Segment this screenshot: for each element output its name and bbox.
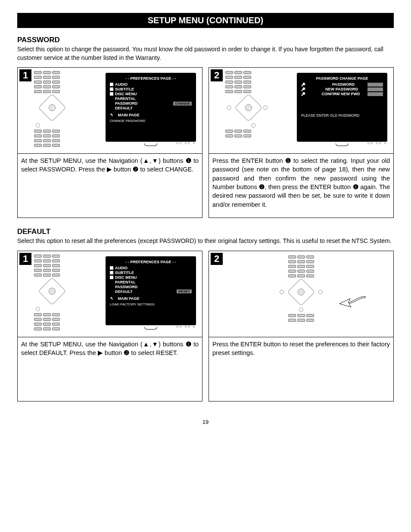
return-arrow-icon: ↰ (110, 296, 113, 301)
default-step1-caption: At the SETUP MENU, use the Navigation (▲… (18, 337, 202, 401)
menu-item: DEFAULT (115, 106, 133, 110)
password-field-icon (367, 83, 383, 87)
caption-text: Press the ENTER button (212, 157, 285, 164)
step-badge: 2 (211, 69, 223, 81)
default-desc: Select this option to reset all the pref… (17, 237, 394, 246)
caption-text: ) buttons (159, 341, 186, 348)
menu-item: DEFAULT (115, 289, 133, 294)
pwd-row: CONFIRM NEW PWD (321, 92, 360, 96)
remote-control-icon (34, 255, 90, 330)
highlight-label: RESET (177, 289, 192, 293)
menu-item: DISC MENU (115, 92, 137, 96)
menu-item: PASSWORD (115, 101, 137, 106)
key-icon (301, 92, 305, 96)
default-steps-row: 1 - - P (17, 251, 394, 401)
password-step2-panel: 2 PASS (209, 67, 394, 218)
key-icon (301, 82, 305, 87)
ref-two-icon: ❷ (124, 348, 129, 357)
up-arrow-icon: ▲ (143, 341, 150, 348)
page-title-bar: SETUP MENU (CONTINUED) (17, 13, 394, 28)
menu-item: PARENTAL (115, 280, 136, 284)
tv-screen: PASSWORD CHANGE PAGE PASSWORD NEW PASSWO… (297, 73, 387, 142)
step-badge: 2 (211, 253, 223, 265)
menu-item: DISC MENU (115, 275, 137, 280)
right-arrow-icon: ▶ (107, 166, 112, 173)
default-step2-panel: 2 Press the ENTER butto (209, 251, 394, 401)
default-step1-illustration: 1 - - P (18, 251, 202, 337)
remote-control-icon (275, 255, 327, 322)
caption-text: button (103, 349, 124, 356)
page-number: 19 (17, 419, 394, 425)
menu-item: PASSWORD (115, 285, 137, 289)
password-step1-panel: 1 (17, 67, 202, 218)
default-step2-caption: Press the ENTER button to reset the pref… (209, 337, 393, 401)
menu-item: PARENTAL (115, 96, 136, 101)
pwd-row: NEW PASSWORD (325, 87, 358, 91)
caption-text: button (112, 166, 133, 173)
ref-one-icon: ❶ (186, 340, 191, 348)
tv-footer: LOAD FACTORY SETTINGS (110, 302, 192, 306)
tv-footer: CHANGE PASSWORD (110, 119, 192, 123)
step-badge: 1 (19, 69, 31, 81)
step-badge: 1 (19, 253, 31, 265)
ref-one-icon: ❶ (353, 183, 358, 191)
default-step1-panel: 1 - - P (17, 251, 202, 401)
pwd-row: PASSWORD (332, 82, 355, 87)
right-arrow-icon: ▶ (98, 349, 103, 356)
password-step1-illustration: 1 (18, 68, 202, 154)
default-heading: DEFAULT (17, 227, 394, 236)
up-arrow-icon: ▲ (143, 157, 150, 164)
password-step2-illustration: 2 PASS (209, 68, 393, 154)
menu-item: AUDIO (115, 266, 128, 270)
caption-text: to select RESET. (129, 349, 178, 356)
pointer-arrow-icon (337, 294, 367, 311)
dpad-icon (288, 279, 314, 305)
dpad-icon (39, 278, 65, 304)
default-step2-illustration: 2 (209, 251, 393, 337)
menu-item: AUDIO (115, 82, 128, 87)
ref-one-icon: ❶ (285, 156, 291, 165)
tv-title: - - PREFERENCES PAGE - - (110, 260, 192, 264)
password-desc: Select this option to change the passwor… (17, 45, 394, 62)
caption-text: ) buttons (159, 157, 186, 164)
key-icon (301, 87, 305, 91)
menu-return: MAIN PAGE (118, 296, 140, 301)
tv-title: PASSWORD CHANGE PAGE (301, 76, 383, 81)
password-step1-caption: At the SETUP MENU, use the Navigation (▲… (18, 154, 202, 218)
ref-two-icon: ❷ (259, 183, 265, 191)
tv-screen: - - PREFERENCES PAGE - - AUDIO SUBTITLE … (106, 256, 196, 325)
caption-text: , then press the ENTER button (265, 184, 353, 190)
ref-one-icon: ❶ (186, 156, 191, 165)
password-field-icon (367, 87, 383, 91)
remote-control-icon (225, 71, 281, 137)
menu-return: MAIN PAGE (118, 113, 140, 117)
password-field-icon (367, 92, 383, 96)
caption-text: to select CHANGE. (138, 166, 193, 173)
highlight-label: CHANGE (173, 102, 192, 106)
ref-two-icon: ❷ (133, 165, 138, 174)
caption-text: At the SETUP MENU, use the Navigation ( (21, 157, 143, 164)
caption-text: At the SETUP MENU, use the Navigation ( (21, 341, 143, 348)
dpad-icon (39, 95, 65, 121)
password-heading: PASSWORD (17, 36, 394, 44)
remote-control-icon (34, 71, 90, 147)
down-arrow-icon: ▼ (151, 341, 159, 348)
down-arrow-icon: ▼ (151, 157, 159, 164)
tv-title: - - PREFERENCES PAGE - - (110, 76, 192, 81)
password-step2-caption: Press the ENTER button ❶ to select the r… (209, 154, 393, 218)
dpad-icon (236, 95, 262, 121)
tv-screen: - - PREFERENCES PAGE - - AUDIO SUBTITLE … (106, 73, 196, 142)
menu-item: SUBTITLE (115, 271, 134, 275)
tv-message: PLEASE ENTER OLD PASSWORD (301, 113, 383, 118)
return-arrow-icon: ↰ (110, 113, 113, 117)
menu-item: SUBTITLE (115, 87, 134, 91)
password-steps-row: 1 (17, 67, 394, 218)
